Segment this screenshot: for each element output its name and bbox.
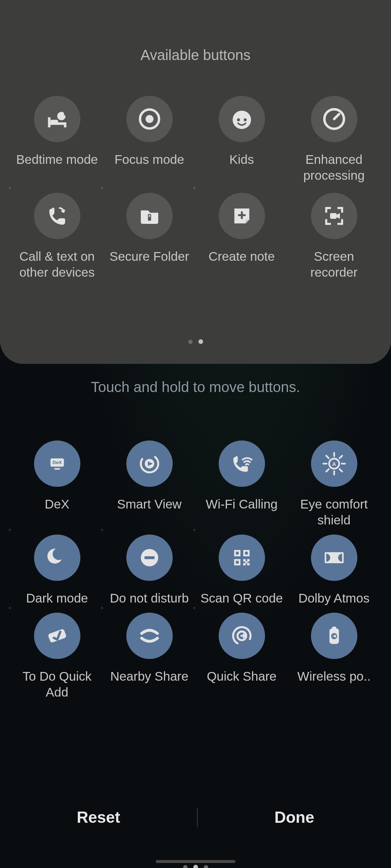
tile-label: Smart View	[117, 496, 181, 512]
svg-rect-42	[247, 563, 249, 566]
tile-eye-comfort[interactable]: A Eye comfort shield	[288, 441, 380, 528]
available-pagination	[0, 339, 391, 344]
dex-icon: DeX	[34, 441, 80, 487]
svg-rect-38	[236, 561, 239, 564]
bedtime-icon	[34, 96, 80, 142]
svg-rect-1	[48, 117, 50, 125]
qr-icon	[219, 535, 265, 581]
svg-rect-43	[245, 561, 247, 563]
tile-label: Nearby Share	[110, 668, 189, 684]
svg-line-29	[326, 469, 329, 472]
tile-label: Wireless po..	[297, 668, 370, 684]
nearby-share-icon	[126, 613, 173, 659]
svg-rect-4	[64, 125, 66, 127]
tile-dex[interactable]: DeX DeX	[11, 441, 103, 528]
tile-dark-mode[interactable]: Dark mode	[11, 535, 103, 606]
active-buttons-section: Touch and hold to move buttons. DeX DeX	[0, 364, 391, 700]
footer-divider	[197, 808, 198, 827]
svg-rect-39	[243, 559, 245, 562]
tile-label: DeX	[45, 496, 69, 512]
eye-comfort-icon: A	[311, 441, 357, 487]
svg-line-27	[326, 456, 329, 458]
svg-rect-3	[48, 125, 50, 127]
svg-line-11	[334, 114, 339, 119]
tile-create-note[interactable]: Create note	[196, 193, 288, 280]
svg-point-8	[237, 118, 240, 121]
wifi-calling-icon	[219, 441, 265, 487]
target-icon	[126, 96, 173, 142]
tile-quick-share[interactable]: Quick Share	[196, 613, 288, 700]
create-note-icon	[219, 193, 265, 239]
tile-label: Secure Folder	[110, 248, 189, 264]
tile-bedtime-mode[interactable]: Bedtime mode	[11, 96, 103, 183]
quick-share-icon	[219, 613, 265, 659]
available-buttons-panel: Available buttons Bedtime mode	[0, 0, 391, 364]
tile-label: Create note	[209, 248, 275, 264]
tile-label: Wi-Fi Calling	[206, 496, 277, 512]
svg-rect-12	[148, 217, 151, 221]
svg-line-28	[340, 469, 342, 472]
tile-label: Scan QR code	[201, 590, 283, 606]
dolby-icon	[311, 535, 357, 581]
tile-scan-qr[interactable]: Scan QR code	[196, 535, 288, 606]
footer: Reset Done	[0, 788, 391, 868]
svg-rect-34	[236, 552, 239, 555]
gauge-icon	[311, 96, 357, 142]
svg-rect-2	[50, 120, 58, 123]
hint-text: Touch and hold to move buttons.	[0, 364, 391, 395]
tile-label: Enhanced processing	[291, 152, 378, 183]
svg-rect-17	[54, 468, 60, 469]
dnd-icon	[126, 535, 173, 581]
tile-label: Focus mode	[114, 152, 184, 167]
smart-view-icon	[126, 441, 173, 487]
wireless-power-icon	[311, 613, 357, 659]
call-sync-icon	[34, 193, 80, 239]
tile-enhanced-processing[interactable]: Enhanced processing	[288, 96, 380, 183]
screen-recorder-icon	[311, 193, 357, 239]
tile-secure-folder[interactable]: Secure Folder	[103, 193, 196, 280]
svg-rect-36	[245, 552, 248, 555]
tile-label: Dolby Atmos	[298, 590, 369, 606]
tile-label: Eye comfort shield	[291, 496, 378, 528]
moon-icon	[34, 535, 80, 581]
tile-label: Screen recorder	[291, 248, 378, 280]
tile-call-text-other[interactable]: Call & text on other devices	[11, 193, 103, 280]
nav-handle[interactable]	[156, 860, 235, 863]
active-grid: DeX DeX Smart View	[11, 441, 380, 700]
check-bar-icon	[34, 613, 80, 659]
svg-line-30	[340, 456, 342, 458]
available-grid: Bedtime mode Focus mode	[11, 96, 380, 280]
svg-text:A: A	[332, 461, 336, 467]
tile-label: Bedtime mode	[16, 152, 98, 167]
tile-label: Do not disturb	[110, 590, 189, 606]
svg-point-6	[146, 115, 154, 123]
tile-wireless-power[interactable]: Wireless po..	[288, 613, 380, 700]
page-dot[interactable]	[188, 340, 193, 344]
reset-button[interactable]: Reset	[55, 801, 142, 834]
svg-rect-40	[247, 559, 249, 562]
tile-label: Kids	[229, 152, 254, 167]
svg-rect-15	[330, 213, 336, 219]
svg-rect-45	[47, 629, 67, 643]
available-title: Available buttons	[0, 0, 391, 63]
kids-icon	[219, 96, 265, 142]
tile-wifi-calling[interactable]: Wi-Fi Calling	[196, 441, 288, 528]
page-dot[interactable]	[198, 339, 203, 344]
tile-kids[interactable]: Kids	[196, 96, 288, 183]
done-button[interactable]: Done	[253, 801, 336, 834]
tile-focus-mode[interactable]: Focus mode	[103, 96, 196, 183]
tile-todo-quick-add[interactable]: To Do Quick Add	[11, 613, 103, 700]
svg-rect-49	[332, 627, 336, 629]
svg-rect-32	[144, 556, 155, 559]
tile-label: Quick Share	[207, 668, 277, 684]
tile-smart-view[interactable]: Smart View	[103, 441, 196, 528]
tile-dolby-atmos[interactable]: Dolby Atmos	[288, 535, 380, 606]
tile-nearby-share[interactable]: Nearby Share	[103, 613, 196, 700]
tile-screen-recorder[interactable]: Screen recorder	[288, 193, 380, 280]
svg-rect-41	[243, 563, 245, 566]
secure-folder-icon	[126, 193, 173, 239]
svg-text:DeX: DeX	[52, 460, 62, 465]
tile-label: Call & text on other devices	[14, 248, 101, 280]
tile-dnd[interactable]: Do not disturb	[103, 535, 196, 606]
tile-label: To Do Quick Add	[14, 668, 101, 700]
